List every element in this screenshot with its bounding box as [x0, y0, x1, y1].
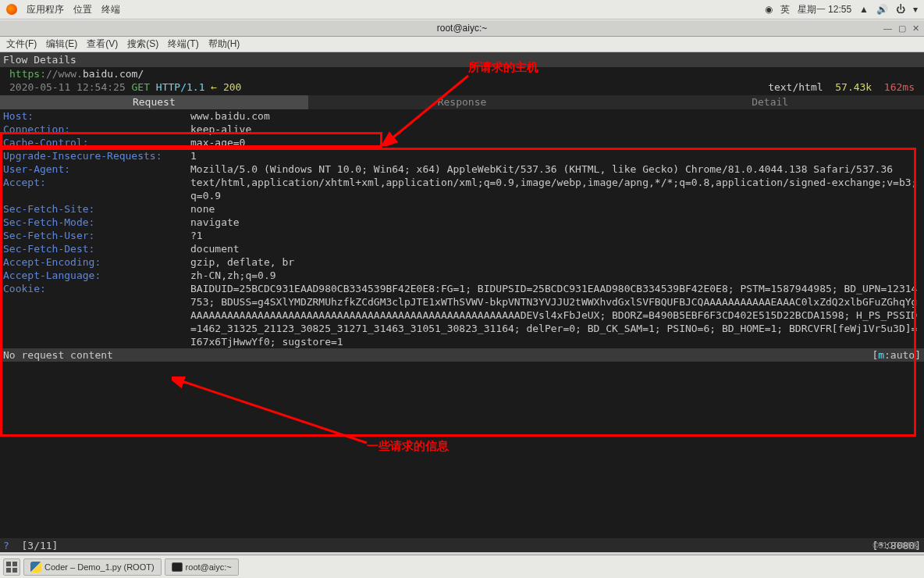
header-key: Host:	[3, 109, 190, 123]
header-key: Upgrade-Insecure-Requests:	[3, 149, 190, 162]
terminal-icon	[172, 562, 183, 572]
header-row: Sec-Fetch-Site:none	[3, 202, 921, 216]
header-row: Cache-Control:max-age=0	[3, 136, 921, 149]
header-row: Sec-Fetch-User:?1	[3, 229, 921, 242]
network-icon[interactable]: ▲	[859, 4, 869, 15]
help-key: ?	[3, 539, 9, 552]
menu-file[interactable]: 文件(F)	[3, 37, 40, 51]
header-key: Accept:	[3, 176, 190, 202]
firefox-icon	[6, 4, 17, 15]
menu-edit[interactable]: 编辑(E)	[43, 37, 80, 51]
pycharm-icon	[30, 562, 41, 573]
position: [3/11]	[21, 539, 58, 552]
power-icon[interactable]: ⏻	[896, 4, 905, 15]
desktop-taskbar: Coder – Demo_1.py (ROOT) root@aiyc:~	[0, 555, 924, 578]
header-key: User-Agent:	[3, 162, 190, 176]
header-row: Sec-Fetch-Mode:navigate	[3, 216, 921, 229]
minimize-icon[interactable]: —	[883, 23, 892, 34]
header-value: www.baidu.com	[190, 109, 921, 123]
annotation-text-info: 一些请求的信息	[367, 439, 449, 452]
header-value: zh-CN,zh;q=0.9	[190, 269, 921, 282]
header-key: Sec-Fetch-Dest:	[3, 242, 190, 255]
taskbar-item-label: Coder – Demo_1.py (ROOT)	[44, 562, 155, 572]
menu-applications[interactable]: 应用程序	[27, 3, 64, 16]
header-value: navigate	[190, 216, 921, 229]
flow-tabs: Request Response Detail	[0, 95, 924, 109]
header-key: Sec-Fetch-User:	[3, 229, 190, 242]
taskbar-item-pycharm[interactable]: Coder – Demo_1.py (ROOT)	[23, 558, 162, 576]
header-value: text/html,application/xhtml+xml,applicat…	[190, 176, 921, 202]
header-value: ?1	[190, 229, 921, 242]
header-value: 1	[190, 149, 921, 162]
volume-icon[interactable]: 🔊	[876, 4, 888, 15]
maximize-icon[interactable]: ▢	[898, 23, 906, 34]
url-line: https://www.baidu.com/	[0, 67, 924, 80]
clock: 星期一 12:55	[798, 3, 851, 16]
input-method[interactable]: 英	[780, 3, 790, 16]
arrow-bottom-icon	[172, 376, 375, 447]
terminal-area[interactable]: Flow Details https://www.baidu.com/ 2020…	[0, 52, 924, 552]
header-key: Cache-Control:	[3, 136, 190, 149]
tab-request[interactable]: Request	[0, 95, 308, 109]
header-key: Connection:	[3, 123, 190, 136]
watermark: ©51CTO博客	[873, 541, 919, 551]
grid-icon	[6, 562, 17, 573]
header-key: Accept-Language:	[3, 269, 190, 282]
header-key: Sec-Fetch-Site:	[3, 202, 190, 216]
header-key: Accept-Encoding:	[3, 255, 190, 269]
menu-help[interactable]: 帮助(H)	[205, 37, 243, 51]
tab-response[interactable]: Response	[308, 95, 617, 109]
header-row: Host:www.baidu.com	[3, 109, 921, 123]
taskbar-item-label: root@aiyc:~	[186, 562, 232, 572]
user-menu-icon[interactable]: ▾	[913, 4, 918, 15]
tab-detail[interactable]: Detail	[616, 95, 924, 109]
header-row: Cookie:BAIDUID=25BCDC931EAAD980CB334539B…	[3, 282, 921, 348]
header-value: Mozilla/5.0 (Windows NT 10.0; Win64; x64…	[190, 162, 921, 176]
screencast-icon[interactable]: ◉	[765, 4, 773, 15]
request-headers: Host:www.baidu.comConnection:keep-aliveC…	[0, 109, 924, 348]
menu-places[interactable]: 位置	[73, 3, 92, 16]
close-icon[interactable]: ✕	[912, 23, 919, 34]
flow-title: Flow Details	[0, 52, 924, 67]
header-row: Upgrade-Insecure-Requests:1	[3, 149, 921, 162]
desktop-topbar: 应用程序 位置 终端 ◉ 英 星期一 12:55 ▲ 🔊 ⏻ ▾	[0, 0, 924, 20]
header-row: Accept-Encoding:gzip, deflate, br	[3, 255, 921, 269]
terminal-menubar: 文件(F) 编辑(E) 查看(V) 搜索(S) 终端(T) 帮助(H)	[0, 37, 924, 52]
menu-terminal[interactable]: 终端	[101, 3, 120, 16]
svg-line-1	[179, 380, 367, 443]
header-value: document	[190, 242, 921, 255]
window-title: root@aiyc:~	[437, 23, 488, 34]
window-titlebar[interactable]: root@aiyc:~ — ▢ ✕	[0, 20, 924, 37]
status-bar: ? [3/11] [*:8080]	[0, 538, 924, 552]
menu-search[interactable]: 搜索(S)	[124, 37, 162, 51]
taskbar-item-terminal[interactable]: root@aiyc:~	[165, 558, 239, 576]
header-row: Connection:keep-alive	[3, 123, 921, 136]
header-value: gzip, deflate, br	[190, 255, 921, 269]
request-info-line: 2020-05-11 12:54:25 GET HTTP/1.1 ← 200 t…	[0, 80, 924, 94]
header-value: keep-alive	[190, 123, 921, 136]
header-value: BAIDUID=25BCDC931EAAD980CB334539BF42E0E8…	[190, 282, 921, 348]
header-row: User-Agent:Mozilla/5.0 (Windows NT 10.0;…	[3, 162, 921, 176]
header-key: Cookie:	[3, 282, 190, 348]
menu-terminal-m[interactable]: 终端(T)	[165, 37, 201, 51]
header-row: Sec-Fetch-Dest:document	[3, 242, 921, 255]
header-key: Sec-Fetch-Mode:	[3, 216, 190, 229]
header-row: Accept-Language:zh-CN,zh;q=0.9	[3, 269, 921, 282]
show-apps-button[interactable]	[3, 558, 20, 576]
header-value: none	[190, 202, 921, 216]
menu-view[interactable]: 查看(V)	[84, 37, 121, 51]
no-request-content: No request content [m:auto]	[0, 348, 924, 362]
header-value: max-age=0	[190, 136, 921, 149]
header-row: Accept:text/html,application/xhtml+xml,a…	[3, 176, 921, 202]
